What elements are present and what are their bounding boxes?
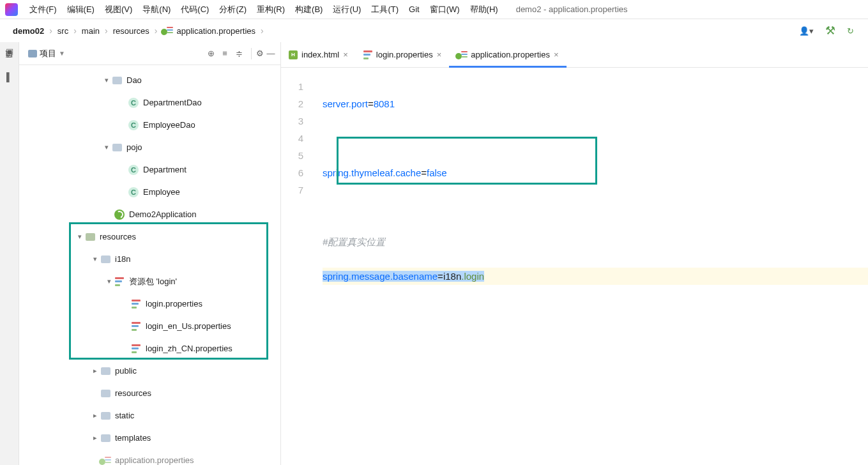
code-content[interactable]: server.port=8081 spring.thymeleaf.cache=… [310, 68, 868, 465]
project-toolbar: 项目 ▼ ⊕ ≡ ≑ ⚙ — [19, 42, 280, 65]
menu-git[interactable]: Git [404, 2, 425, 17]
window-title: demo2 - application.properties [516, 4, 628, 14]
menu-file[interactable]: 文件(F) [24, 1, 62, 18]
tree-resource-bundle[interactable]: ▾资源包 'login' [19, 270, 280, 293]
chevron-right-icon: › [261, 26, 264, 36]
chevron-down-icon: ▾ [105, 277, 114, 286]
tree-folder-public[interactable]: ▸public [19, 360, 280, 382]
ide-logo-icon [5, 3, 18, 16]
tree-class[interactable]: CEmployeeDao [19, 114, 280, 136]
spring-properties-icon [162, 26, 172, 36]
tab-index-html[interactable]: Hindex.html× [281, 42, 356, 67]
tab-application-properties[interactable]: application.properties× [449, 42, 566, 67]
menu-navigate[interactable]: 导航(N) [137, 1, 176, 18]
chevron-right-icon: ▸ [91, 367, 100, 375]
tab-login-properties[interactable]: login.properties× [356, 42, 449, 67]
close-icon[interactable]: × [554, 50, 559, 59]
bookmarks-tool-icon[interactable]: ▌ [4, 72, 15, 82]
close-icon[interactable]: × [343, 50, 348, 59]
spring-boot-icon [114, 210, 125, 220]
left-tool-stripe: ▣ 项目 ▌ [0, 42, 19, 465]
expand-all-icon[interactable]: ≡ [219, 48, 231, 59]
tree-properties-file[interactable]: login.properties [19, 293, 280, 315]
breadcrumb-src[interactable]: src [52, 26, 73, 36]
tree-class[interactable]: CEmployee [19, 181, 280, 203]
editor-area: Hindex.html× login.properties× applicati… [281, 42, 868, 465]
class-icon: C [128, 120, 139, 130]
breadcrumb-file[interactable]: application.properties [157, 26, 261, 36]
menu-view[interactable]: 视图(V) [100, 1, 137, 18]
menu-refactor[interactable]: 重构(R) [252, 1, 290, 18]
settings-gear-icon[interactable]: ⚙ [251, 48, 263, 59]
tree-properties-file[interactable]: login_zh_CN.properties [19, 337, 280, 360]
breadcrumb-root[interactable]: demo02 [8, 26, 49, 36]
build-hammer-icon[interactable]: ⚒ [825, 24, 835, 38]
tree-folder-static[interactable]: ▸static [19, 404, 280, 427]
resource-bundle-icon [115, 277, 124, 286]
tree-spring-app[interactable]: Demo2Application [19, 203, 280, 225]
properties-icon [132, 344, 141, 353]
chevron-right-icon: ▸ [91, 411, 100, 420]
spring-properties-icon [457, 50, 467, 60]
tree-folder-pojo[interactable]: ▾pojo [19, 136, 280, 158]
folder-icon [112, 144, 122, 151]
project-tree[interactable]: ▾Dao CDepartmentDao CEmployeeDao ▾pojo C… [19, 65, 280, 465]
folder-icon [101, 255, 110, 263]
breadcrumb-main[interactable]: main [77, 26, 105, 36]
menu-code[interactable]: 代码(C) [176, 1, 214, 18]
menu-edit[interactable]: 编辑(E) [62, 1, 100, 18]
chevron-down-icon: ▾ [102, 76, 111, 84]
select-opened-file-icon[interactable]: ⊕ [205, 48, 217, 59]
hide-panel-icon[interactable]: — [265, 48, 277, 59]
folder-icon [101, 367, 110, 375]
tree-folder-dao[interactable]: ▾Dao [19, 69, 280, 91]
properties-icon [132, 322, 141, 331]
tree-class[interactable]: CDepartmentDao [19, 91, 280, 114]
class-icon: C [128, 187, 139, 197]
resources-folder-icon [86, 233, 95, 241]
tree-application-properties[interactable]: application.properties [19, 449, 280, 465]
collapse-all-icon[interactable]: ≑ [233, 48, 245, 59]
menubar: 文件(F) 编辑(E) 视图(V) 导航(N) 代码(C) 分析(Z) 重构(R… [0, 0, 868, 19]
chevron-down-icon: ▾ [102, 143, 111, 151]
spring-properties-icon [100, 455, 110, 466]
project-panel: 项目 ▼ ⊕ ≡ ≑ ⚙ — ▾Dao CDepartmentDao CEmpl… [19, 42, 281, 465]
menu-run[interactable]: 运行(U) [328, 1, 366, 18]
chevron-down-icon: ▾ [75, 232, 84, 241]
tree-folder-templates[interactable]: ▸templates [19, 427, 280, 449]
folder-icon [101, 434, 110, 442]
project-view-selector[interactable]: 项目 ▼ [23, 45, 70, 62]
line-number-gutter: 1234567 [281, 68, 310, 465]
class-icon: C [128, 98, 139, 108]
folder-icon [101, 412, 110, 420]
menu-window[interactable]: 窗口(W) [425, 1, 465, 18]
tree-folder-resources2[interactable]: resources [19, 382, 280, 404]
tree-class[interactable]: CDepartment [19, 158, 280, 181]
project-tool-icon[interactable]: ▣ [4, 46, 15, 56]
chevron-right-icon: ▸ [91, 434, 100, 442]
close-icon[interactable]: × [437, 50, 442, 59]
html-file-icon: H [289, 50, 298, 59]
properties-icon [363, 50, 372, 59]
menu-build[interactable]: 构建(B) [290, 1, 328, 18]
breadcrumb: demo02› src› main› resources› applicatio… [0, 19, 868, 42]
breadcrumb-resources[interactable]: resources [108, 26, 155, 36]
code-editor[interactable]: 1234567 server.port=8081 spring.thymelea… [281, 68, 868, 465]
chevron-down-icon: ▾ [91, 255, 100, 263]
menu-help[interactable]: 帮助(H) [465, 1, 503, 18]
folder-icon [112, 77, 122, 84]
folder-icon [101, 390, 110, 397]
folder-icon [28, 50, 37, 57]
run-reload-icon[interactable]: ↻ [847, 26, 854, 36]
menu-analyze[interactable]: 分析(Z) [214, 1, 252, 18]
chevron-down-icon: ▼ [59, 50, 65, 57]
tree-properties-file[interactable]: login_en_Us.properties [19, 315, 280, 337]
tree-folder-i18n[interactable]: ▾i18n [19, 248, 280, 270]
class-icon: C [128, 165, 139, 175]
editor-tabs: Hindex.html× login.properties× applicati… [281, 42, 868, 68]
menu-tools[interactable]: 工具(T) [366, 1, 404, 18]
user-dropdown-icon[interactable]: 👤▾ [799, 26, 814, 36]
properties-icon [132, 300, 141, 309]
tree-folder-resources[interactable]: ▾resources [19, 225, 280, 248]
